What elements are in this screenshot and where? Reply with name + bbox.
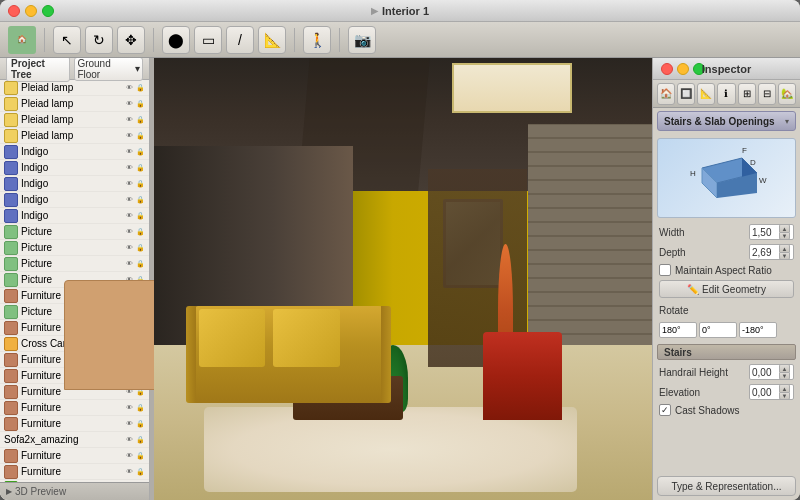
rotate-input-2[interactable]: 0° — [699, 322, 737, 338]
eye-icon[interactable]: 👁 — [124, 419, 134, 429]
lock-icon[interactable]: 🔒 — [135, 435, 145, 445]
lock-icon[interactable]: 🔒 — [135, 115, 145, 125]
lock-icon[interactable]: 🔒 — [135, 195, 145, 205]
lock-icon[interactable]: 🔒 — [135, 99, 145, 109]
eye-icon[interactable]: 👁 — [124, 179, 134, 189]
ground-floor-dropdown[interactable]: Ground Floor ▾ — [74, 58, 143, 81]
eye-icon[interactable]: 👁 — [124, 99, 134, 109]
maintain-aspect-checkbox[interactable] — [659, 264, 671, 276]
lock-icon[interactable]: 🔒 — [135, 243, 145, 253]
inspector-btn-1[interactable]: 🏠 — [657, 83, 675, 105]
depth-stepper-down[interactable]: ▼ — [779, 252, 790, 260]
eye-icon[interactable]: 👁 — [124, 211, 134, 221]
tree-item[interactable]: Indigo👁🔒 — [0, 192, 149, 208]
tree-item[interactable]: Pleiad lamp👁🔒 — [0, 96, 149, 112]
eye-icon[interactable]: 👁 — [124, 115, 134, 125]
handrail-stepper-up[interactable]: ▲ — [779, 364, 790, 372]
lock-icon[interactable]: 🔒 — [135, 211, 145, 221]
lock-icon[interactable]: 🔒 — [135, 451, 145, 461]
width-stepper-down[interactable]: ▼ — [779, 232, 790, 240]
tree-item[interactable]: Pleiad lamp👁🔒 — [0, 80, 149, 96]
elevation-input[interactable]: 0,00 ▲ ▼ — [749, 384, 794, 400]
eye-icon[interactable]: 👁 — [124, 467, 134, 477]
tree-item[interactable]: Furniture👁🔒 — [0, 416, 149, 432]
tree-item[interactable]: Picture👁🔒 — [0, 240, 149, 256]
measure-tool-button[interactable]: 📐 — [258, 26, 286, 54]
tree-item[interactable]: Indigo👁🔒 — [0, 160, 149, 176]
handrail-stepper[interactable]: ▲ ▼ — [779, 364, 791, 380]
lock-icon[interactable]: 🔒 — [135, 403, 145, 413]
rectangle-tool-button[interactable]: ▭ — [194, 26, 222, 54]
tree-item[interactable]: Sofa2x_amazing👁🔒 — [0, 432, 149, 448]
inspector-btn-2[interactable]: 🔲 — [677, 83, 695, 105]
lock-icon[interactable]: 🔒 — [135, 179, 145, 189]
tree-item[interactable]: Indigo👁🔒 — [0, 144, 149, 160]
inspector-btn-6[interactable]: ⊟ — [758, 83, 776, 105]
minimize-button[interactable] — [25, 5, 37, 17]
eye-icon[interactable]: 👁 — [124, 195, 134, 205]
maximize-button[interactable] — [42, 5, 54, 17]
tree-item[interactable]: Furniture👁🔒 — [0, 448, 149, 464]
width-stepper-up[interactable]: ▲ — [779, 224, 790, 232]
tree-item[interactable]: Indigo👁🔒 — [0, 208, 149, 224]
lock-icon[interactable]: 🔒 — [135, 467, 145, 477]
lock-icon[interactable]: 🔒 — [135, 227, 145, 237]
type-representation-button[interactable]: Type & Representation... — [657, 476, 796, 496]
eye-icon[interactable]: 👁 — [124, 403, 134, 413]
lock-icon[interactable]: 🔒 — [135, 131, 145, 141]
eye-icon[interactable]: 👁 — [124, 163, 134, 173]
rotate-tool-button[interactable]: ↻ — [85, 26, 113, 54]
elevation-stepper-up[interactable]: ▲ — [779, 384, 790, 392]
eye-icon[interactable]: 👁 — [124, 83, 134, 93]
stairs-section-header[interactable]: Stairs & Slab Openings ▾ — [657, 111, 796, 131]
width-input[interactable]: 1,50 ▲ ▼ — [749, 224, 794, 240]
tree-item[interactable]: Picture👁🔒 — [0, 256, 149, 272]
eye-icon[interactable]: 👁 — [124, 259, 134, 269]
project-tree-list[interactable]: Pleiad lamp👁🔒Pleiad lamp👁🔒Pleiad lamp👁🔒P… — [0, 80, 149, 482]
tree-item[interactable]: Furniture👁🔒 — [0, 400, 149, 416]
eye-icon[interactable]: 👁 — [124, 147, 134, 157]
eye-icon[interactable]: 👁 — [124, 435, 134, 445]
tree-item[interactable]: Picture👁🔒 — [0, 224, 149, 240]
edit-geometry-button[interactable]: ✏️ Edit Geometry — [659, 280, 794, 298]
lock-icon[interactable]: 🔒 — [135, 147, 145, 157]
eye-icon[interactable]: 👁 — [124, 451, 134, 461]
line-tool-button[interactable]: / — [226, 26, 254, 54]
main-viewport[interactable] — [154, 58, 652, 500]
inspector-btn-3[interactable]: 📐 — [697, 83, 715, 105]
lock-icon[interactable]: 🔒 — [135, 83, 145, 93]
eye-icon[interactable]: 👁 — [124, 131, 134, 141]
depth-input[interactable]: 2,69 ▲ ▼ — [749, 244, 794, 260]
rotate-input-1[interactable]: 180° — [659, 322, 697, 338]
handrail-stepper-down[interactable]: ▼ — [779, 372, 790, 380]
inspector-btn-5[interactable]: ⊞ — [738, 83, 756, 105]
preview-toggle[interactable]: ▶ 3D Preview — [0, 482, 149, 500]
inspector-close-button[interactable] — [661, 63, 673, 75]
lock-icon[interactable]: 🔒 — [135, 163, 145, 173]
tree-item[interactable]: Pleiad lamp👁🔒 — [0, 128, 149, 144]
person-tool-button[interactable]: 🚶 — [303, 26, 331, 54]
depth-stepper[interactable]: ▲ ▼ — [779, 244, 791, 260]
elevation-stepper[interactable]: ▲ ▼ — [779, 384, 791, 400]
depth-stepper-up[interactable]: ▲ — [779, 244, 790, 252]
inspector-btn-7[interactable]: 🏡 — [778, 83, 796, 105]
rotate-input-3[interactable]: -180° — [739, 322, 777, 338]
lock-icon[interactable]: 🔒 — [135, 419, 145, 429]
elevation-stepper-down[interactable]: ▼ — [779, 392, 790, 400]
close-button[interactable] — [8, 5, 20, 17]
select-tool-button[interactable]: ↖ — [53, 26, 81, 54]
camera-tool-button[interactable]: 📷 — [348, 26, 376, 54]
eye-icon[interactable]: 👁 — [124, 243, 134, 253]
eye-icon[interactable]: 👁 — [124, 227, 134, 237]
circle-tool-button[interactable]: ⬤ — [162, 26, 190, 54]
move-tool-button[interactable]: ✥ — [117, 26, 145, 54]
tree-item[interactable]: Indigo👁🔒 — [0, 176, 149, 192]
project-tree-tab[interactable]: Project Tree — [6, 58, 70, 82]
inspector-btn-4[interactable]: ℹ — [717, 83, 735, 105]
inspector-minimize-button[interactable] — [677, 63, 689, 75]
width-stepper[interactable]: ▲ ▼ — [779, 224, 791, 240]
tree-item[interactable]: Pleiad lamp👁🔒 — [0, 112, 149, 128]
handrail-input[interactable]: 0,00 ▲ ▼ — [749, 364, 794, 380]
cast-shadows-checkbox[interactable] — [659, 404, 671, 416]
tree-item[interactable]: Furniture👁🔒 — [0, 464, 149, 480]
